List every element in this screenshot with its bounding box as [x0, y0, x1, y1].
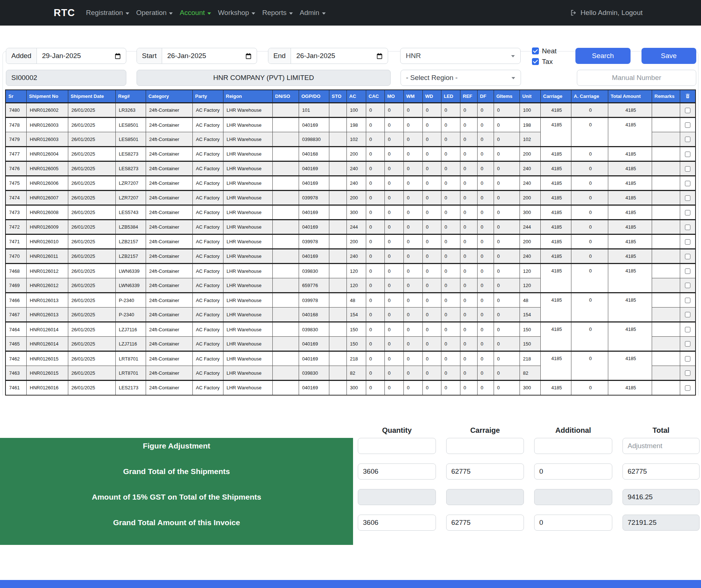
cell-cac: 0: [366, 132, 384, 147]
cell-sr: 7470: [5, 249, 26, 264]
calendar-icon[interactable]: [245, 48, 257, 64]
chevron-down-icon: [126, 12, 129, 15]
shipment-row: 7475HNR012600626/01/2025LZR720724ft-Cont…: [5, 176, 696, 191]
nav-item-operation[interactable]: Operation: [136, 9, 173, 17]
invoice-total-additional-input[interactable]: [534, 515, 612, 531]
start-date-picker[interactable]: Start 26-Jan-2025: [137, 48, 257, 64]
row-select-checkbox[interactable]: [685, 370, 690, 376]
cell-ogp_do: 040169: [299, 176, 329, 191]
logout-link[interactable]: Hello Admin, Logout: [570, 9, 643, 17]
gst-additional-input: [534, 489, 612, 505]
cell-gitems: 0: [494, 103, 520, 118]
nav-item-account[interactable]: Account: [180, 9, 211, 17]
row-select-checkbox[interactable]: [685, 122, 690, 128]
cell-unit: 240: [520, 161, 540, 176]
nav-item-workshop[interactable]: Workshop: [218, 9, 255, 17]
row-select-checkbox[interactable]: [685, 283, 690, 288]
cell-cac: 0: [366, 337, 384, 351]
cell-region: LHR Warehouse: [223, 308, 272, 322]
adjustment-quantity-input[interactable]: [358, 438, 436, 454]
cell-a_carriage: 0: [571, 264, 608, 293]
cell-party: AC Factory: [192, 308, 223, 322]
cell-led: 0: [441, 176, 460, 191]
cell-a_carriage: 0: [571, 381, 608, 395]
row-select-checkbox[interactable]: [685, 137, 690, 142]
row-select-checkbox[interactable]: [685, 254, 690, 259]
cell-carriage: 4185: [540, 161, 571, 176]
cell-led: 0: [441, 293, 460, 308]
end-date-picker[interactable]: End 26-Jan-2025: [268, 48, 388, 64]
cell-reg: LES8501: [115, 132, 146, 147]
cell-region: LHR Warehouse: [223, 249, 272, 264]
cell-category: 24ft-Container: [146, 176, 192, 191]
nav-item-registration[interactable]: Registration: [86, 9, 129, 17]
cell-category: 24ft-Container: [146, 249, 192, 264]
adjustment-carraige-input[interactable]: [446, 438, 524, 454]
row-select-checkbox[interactable]: [685, 239, 690, 245]
calendar-icon[interactable]: [114, 48, 126, 64]
tax-checkbox[interactable]: Tax: [532, 58, 558, 66]
cell-party: AC Factory: [192, 176, 223, 191]
cell-mo: 0: [384, 351, 403, 366]
cell-ogp_do: 040168: [299, 147, 329, 161]
cell-reg: LES8501: [115, 118, 146, 132]
row-select-checkbox[interactable]: [685, 166, 690, 172]
cell-region: LHR Warehouse: [223, 132, 272, 147]
row-select-checkbox[interactable]: [685, 327, 690, 332]
region-select[interactable]: - Select Region -: [401, 70, 521, 86]
cell-a_carriage: 0: [571, 205, 608, 220]
cell-party: AC Factory: [192, 205, 223, 220]
row-select-checkbox[interactable]: [685, 356, 690, 362]
adjustment-total-input[interactable]: [623, 438, 700, 454]
row-select-checkbox[interactable]: [685, 225, 690, 230]
cell-wd: 0: [422, 161, 441, 176]
cell-sto: [329, 176, 346, 191]
invoice-total-quantity-input[interactable]: [358, 515, 436, 531]
added-date-picker[interactable]: Added 29-Jan-2025: [6, 48, 126, 64]
cell-mo: 0: [384, 147, 403, 161]
calendar-icon[interactable]: [376, 48, 388, 64]
cell-wd: 0: [422, 322, 441, 337]
cell-gitems: 0: [494, 351, 520, 366]
cell-shipment_no: HNR0126012: [26, 278, 68, 293]
row-select-checkbox[interactable]: [685, 108, 690, 113]
cell-remarks: [652, 147, 680, 161]
search-button[interactable]: Search: [575, 48, 630, 64]
save-button[interactable]: Save: [641, 48, 696, 64]
cell-party: AC Factory: [192, 351, 223, 366]
cell-mo: 0: [384, 220, 403, 234]
row-select-checkbox[interactable]: [685, 195, 690, 201]
invoice-total-carraige-input[interactable]: [446, 515, 524, 531]
row-select-checkbox[interactable]: [685, 341, 690, 347]
cell-led: 0: [441, 118, 460, 132]
cell-unit: 82: [520, 366, 540, 381]
cell-cac: 0: [366, 293, 384, 308]
row-select-checkbox[interactable]: [685, 152, 690, 157]
company-select[interactable]: HNR: [400, 48, 521, 64]
cell-delete: [680, 366, 696, 381]
nav-item-admin[interactable]: Admin: [300, 9, 326, 17]
cell-carriage: 4185: [540, 103, 571, 118]
cell-carriage: 4185: [540, 293, 571, 322]
row-select-checkbox[interactable]: [685, 268, 690, 274]
neat-checkbox[interactable]: Neat: [532, 47, 558, 55]
grand-total-carraige-input[interactable]: [446, 463, 524, 480]
cell-ogp_do: 040169: [299, 161, 329, 176]
adjustment-additional-input[interactable]: [534, 438, 612, 454]
cell-delete: [680, 161, 696, 176]
cell-df: 0: [477, 278, 494, 293]
cell-mo: 0: [384, 264, 403, 278]
manual-number-input[interactable]: [577, 70, 696, 86]
grand-total-quantity-input[interactable]: [358, 463, 436, 480]
cell-mo: 0: [384, 103, 403, 118]
cell-df: 0: [477, 366, 494, 381]
row-select-checkbox[interactable]: [685, 181, 690, 186]
row-select-checkbox[interactable]: [685, 298, 690, 303]
chevron-down-icon: [207, 12, 211, 15]
row-select-checkbox[interactable]: [685, 210, 690, 215]
row-select-checkbox[interactable]: [685, 312, 690, 317]
grand-total-additional-input[interactable]: [534, 463, 612, 480]
nav-item-reports[interactable]: Reports: [262, 9, 293, 17]
row-select-checkbox[interactable]: [685, 385, 690, 391]
grand-total-total-input[interactable]: [623, 463, 700, 480]
